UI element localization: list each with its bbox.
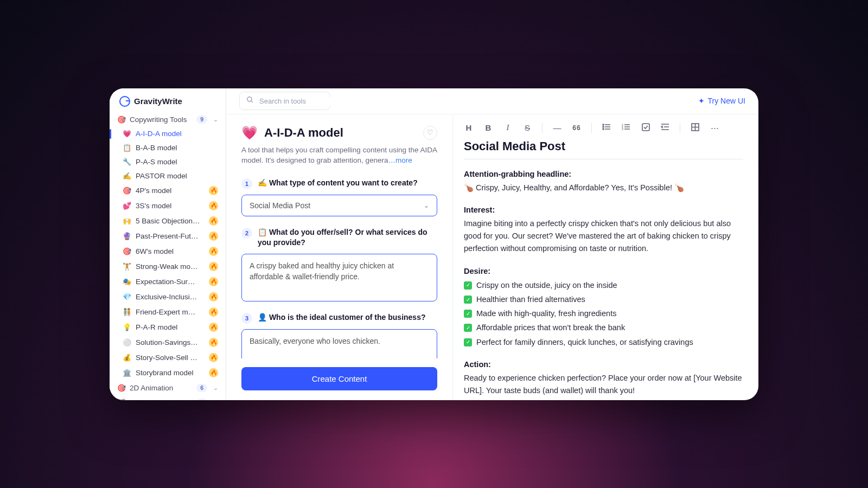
sidebar-item-2[interactable]: 🔧 P-A-S model (110, 155, 226, 169)
check-icon: ✓ (464, 296, 472, 304)
sidebar: GravityWrite 🎯 Copywriting Tools 9 ⌄ 💗 A… (110, 88, 226, 400)
sidebar-item-9[interactable]: 🏋️ Strong-Weak mo… 🔥 (110, 259, 226, 274)
item-icon: 🎭 (123, 278, 131, 286)
check-icon: ✓ (464, 281, 472, 290)
fire-badge-icon: 🔥 (209, 323, 218, 332)
checklist-button[interactable] (641, 123, 650, 133)
main-area: ✦ Try New UI 💗 A-I-D-A model ♡ A tool th… (226, 88, 758, 400)
item-icon: 🏛️ (123, 369, 131, 377)
desire-item: ✓Affordable prices that won't break the … (464, 322, 743, 334)
desire-text: Affordable prices that won't break the b… (476, 322, 625, 334)
favorite-button[interactable]: ♡ (423, 126, 437, 140)
sidebar-item-label: A-I-D-A model (136, 130, 218, 138)
content-type-select[interactable]: Social Media Post ⌄ (241, 195, 437, 216)
sidebar-item-label: 4P's model (136, 187, 205, 195)
sidebar-items: 💗 A-I-D-A model 📋 B-A-B model 🔧 P-A-S mo… (110, 127, 226, 381)
fire-badge-icon: 🔥 (209, 216, 218, 226)
fire-badge-icon: 🔥 (209, 353, 218, 362)
chevron-down-icon: ⌄ (213, 116, 218, 123)
sidebar-category-copywriting[interactable]: 🎯 Copywriting Tools 9 ⌄ (110, 112, 226, 127)
sidebar-item-label: Expectation-Sur… (136, 278, 205, 286)
hr-button[interactable]: — (552, 123, 562, 132)
sidebar-category-1[interactable]: 🎬 3D Animation 3 ⌄ (110, 395, 226, 400)
content-row: 💗 A-I-D-A model ♡ A tool that helps you … (226, 114, 758, 400)
sidebar-item-1[interactable]: 📋 B-A-B model (110, 141, 226, 155)
ordered-list-button[interactable]: 123 (621, 123, 631, 132)
sidebar-item-6[interactable]: 🙌 5 Basic Objection… 🔥 (110, 214, 226, 229)
sidebar-item-label: PASTOR model (136, 172, 218, 180)
desire-item: ✓Made with high-quality, fresh ingredien… (464, 307, 743, 320)
search-box[interactable] (239, 92, 330, 110)
field-label-3: 3 👤 Who is the ideal customer of the bus… (241, 312, 437, 324)
interest-text: Imagine biting into a perfectly crispy c… (464, 217, 743, 255)
svg-rect-14 (642, 124, 649, 131)
sidebar-item-12[interactable]: 🧑‍🤝‍🧑 Friend-Expert m… 🔥 (110, 305, 226, 320)
italic-button[interactable]: I (503, 123, 513, 132)
strike-button[interactable]: S (522, 123, 532, 132)
item-icon: 🎯 (123, 187, 131, 195)
svg-point-0 (247, 97, 252, 101)
category-label: Copywriting Tools (130, 115, 187, 124)
sidebar-item-7[interactable]: 🔮 Past-Present-Fut… 🔥 (110, 229, 226, 244)
form-scroll[interactable]: 💗 A-I-D-A model ♡ A tool that helps you … (226, 125, 452, 358)
headline-label: Attention-grabbing headline: (464, 168, 743, 181)
item-icon: 💡 (123, 323, 131, 331)
brand-logo[interactable]: GravityWrite (110, 88, 226, 112)
action-label: Action: (464, 358, 743, 371)
table-button[interactable] (690, 123, 700, 133)
item-icon: 💗 (123, 130, 131, 138)
editor-toolbar: H B I S — 66 123 (464, 120, 743, 139)
fire-badge-icon: 🔥 (209, 201, 218, 210)
desire-label: Desire: (464, 265, 743, 278)
sidebar-item-14[interactable]: ⚪ Solution-Savings… 🔥 (110, 335, 226, 350)
customer-textarea[interactable] (241, 329, 437, 358)
field-content-type: 1 ✍️ What type of content you want to cr… (241, 178, 437, 216)
outdent-button[interactable] (660, 123, 670, 132)
fire-badge-icon: 🔥 (209, 292, 218, 301)
sidebar-scroll[interactable]: 🎯 Copywriting Tools 9 ⌄ 💗 A-I-D-A model … (110, 112, 226, 400)
item-icon: 🔧 (123, 158, 131, 166)
sidebar-item-label: 5 Basic Objection… (136, 217, 205, 225)
sidebar-item-0[interactable]: 💗 A-I-D-A model (110, 127, 226, 141)
sidebar-item-4[interactable]: 🎯 4P's model 🔥 (110, 183, 226, 198)
output-action: Action: Ready to experience chicken perf… (464, 358, 743, 397)
sparkle-icon: ✦ (698, 97, 705, 105)
sidebar-item-15[interactable]: 💰 Story-Solve-Sell … 🔥 (110, 350, 226, 365)
more-link[interactable]: …more (388, 156, 412, 164)
check-icon: ✓ (464, 338, 472, 346)
sidebar-item-label: Exclusive-Inclusi… (136, 293, 205, 301)
sidebar-category-0[interactable]: 🎯 2D Animation 6 ⌄ (110, 381, 226, 395)
fire-badge-icon: 🔥 (209, 368, 218, 377)
heading-button[interactable]: H (464, 123, 474, 132)
svg-text:3: 3 (622, 127, 623, 131)
sidebar-item-3[interactable]: ✍️ PASTOR model (110, 169, 226, 183)
tool-description: A tool that helps you craft compelling c… (241, 145, 437, 166)
quote-button[interactable]: 66 (572, 124, 582, 132)
output-pane: H B I S — 66 123 (453, 114, 758, 400)
sidebar-item-13[interactable]: 💡 P-A-R model 🔥 (110, 320, 226, 335)
search-input[interactable] (259, 97, 350, 105)
svg-line-1 (251, 101, 253, 102)
sidebar-item-label: B-A-B model (136, 144, 218, 152)
sidebar-item-5[interactable]: 💕 3S's model 🔥 (110, 198, 226, 214)
bold-button[interactable]: B (483, 123, 493, 132)
more-button[interactable]: ⋯ (710, 123, 719, 133)
field-label-2: 2 📋 What do you offer/sell? Or what serv… (241, 227, 437, 248)
sidebar-item-8[interactable]: 🎯 6W's model 🔥 (110, 244, 226, 259)
sidebar-item-label: Past-Present-Fut… (136, 232, 205, 240)
try-new-ui-button[interactable]: ✦ Try New UI (698, 97, 745, 105)
sidebar-item-10[interactable]: 🎭 Expectation-Sur… 🔥 (110, 274, 226, 290)
fire-badge-icon: 🔥 (209, 338, 218, 347)
chevron-down-icon: ⌄ (213, 384, 218, 391)
chevron-down-icon: ⌄ (213, 399, 218, 400)
sidebar-item-label: Story-Solve-Sell … (136, 354, 205, 362)
sidebar-item-11[interactable]: 💎 Exclusive-Inclusi… 🔥 (110, 290, 226, 305)
offer-textarea[interactable] (241, 254, 437, 301)
bullet-list-button[interactable] (602, 123, 611, 132)
sidebar-item-label: 6W's model (136, 247, 205, 255)
sidebar-item-16[interactable]: 🏛️ Storybrand model 🔥 (110, 365, 226, 381)
item-icon: 🎯 (123, 247, 131, 255)
category-label: 3D Animation (130, 399, 173, 400)
sidebar-item-label: P-A-S model (136, 158, 218, 166)
create-content-button[interactable]: Create Content (241, 367, 437, 390)
